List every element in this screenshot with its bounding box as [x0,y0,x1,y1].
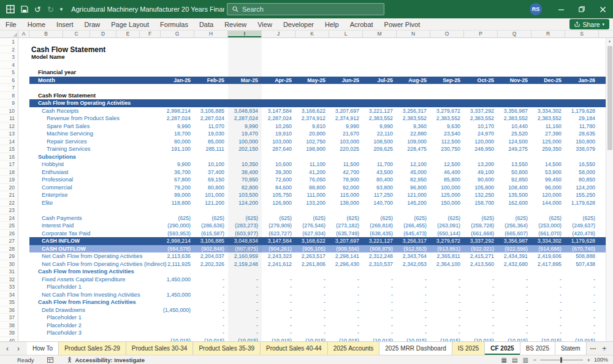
cell[interactable] [18,230,29,238]
row-number[interactable]: 9 [0,99,18,107]
cell[interactable]: 2,364,100 [430,260,464,268]
cell[interactable] [565,92,599,100]
cell[interactable] [464,69,498,77]
column-header-R[interactable]: R [531,31,565,37]
zoom-slider[interactable] [540,360,583,360]
cell[interactable]: 12,100 [397,161,430,169]
cell[interactable] [498,153,531,161]
cell[interactable] [262,38,295,46]
cell[interactable] [295,46,329,54]
cell[interactable] [295,69,329,77]
cell[interactable]: (661,070) [531,230,565,238]
cell[interactable] [565,268,599,276]
cell[interactable]: - [531,291,565,299]
cell[interactable]: 100,000 [228,138,262,146]
cell[interactable] [565,61,599,69]
cell[interactable]: (263,091) [430,222,464,230]
cell[interactable]: (912,553) [397,245,430,253]
cell[interactable] [430,69,464,77]
cell[interactable]: 1,179,628 [565,199,599,207]
cell[interactable]: 23,540 [430,130,464,138]
cell[interactable]: 3,048,834 [228,237,262,245]
cell[interactable]: 22,110 [363,130,397,138]
cell[interactable]: - [565,298,599,306]
cell[interactable] [397,69,430,77]
cell[interactable]: 85,000 [194,138,228,146]
cell[interactable] [295,92,329,100]
cell[interactable] [18,46,29,54]
cell[interactable] [464,99,498,107]
cell[interactable] [464,268,498,276]
cell[interactable] [18,291,29,299]
cell[interactable]: (249,637) [565,222,599,230]
cell[interactable]: 1,450,000 [161,276,194,284]
cell[interactable]: 126,900 [262,199,295,207]
cell[interactable]: - [397,276,430,284]
cell[interactable]: - [430,291,464,299]
cell[interactable]: 135,500 [498,191,531,199]
cell[interactable]: (670,740) [565,245,599,253]
cell[interactable] [161,298,194,306]
cell[interactable] [565,53,599,61]
cell[interactable]: 285,111 [194,145,228,153]
cell[interactable]: 105,800 [464,184,498,192]
cell[interactable]: 2,342,053 [397,260,430,268]
cell[interactable]: 10,260 [262,123,295,131]
cell[interactable]: 93,800 [363,184,397,192]
cell[interactable]: (625) [295,214,329,222]
cell[interactable]: 507,438 [565,260,599,268]
cell[interactable]: - [228,306,262,314]
cell[interactable] [430,207,464,214]
cell[interactable]: 115,000 [329,191,363,199]
cell[interactable]: 25,520 [498,130,531,138]
cell[interactable]: (665,607) [498,230,531,238]
cell[interactable]: 11,780 [565,123,599,131]
cell[interactable]: - [464,314,498,322]
cell[interactable] [161,207,194,214]
cell[interactable]: 3,221,127 [363,237,397,245]
cell[interactable]: 2,287,024 [161,115,194,123]
row-number[interactable]: 30 [0,260,18,268]
row-label[interactable]: CASH INFLOW [29,237,161,245]
cell[interactable] [18,176,29,184]
cell[interactable] [161,84,194,92]
cell[interactable]: 120,000 [464,138,498,146]
cell[interactable]: 2,998,214 [161,237,194,245]
cell[interactable]: 2,343,764 [397,252,430,260]
cell[interactable]: 9,810 [295,123,329,131]
menu-tab-formulas[interactable]: Formulas [154,18,194,31]
cell[interactable]: - [194,276,228,284]
cell[interactable] [565,84,599,92]
row-number[interactable]: 3 [0,53,18,61]
cell[interactable]: (10,015) [363,337,397,342]
cell[interactable]: 287,640 [262,145,295,153]
cell[interactable] [430,99,464,107]
cell[interactable]: - [363,314,397,322]
cell[interactable]: - [397,329,430,337]
cell[interactable]: 117,250 [363,191,397,199]
cell[interactable] [18,77,29,85]
sheet-tab-product-sales-25-29[interactable]: Product Sales 25-29 [59,342,126,355]
cell[interactable]: - [498,298,531,306]
cell[interactable] [18,161,29,169]
cell[interactable]: (625) [228,214,262,222]
cell[interactable]: (266,455) [397,222,430,230]
menu-tab-draw[interactable]: Draw [79,18,106,31]
cell[interactable] [18,252,29,260]
cell[interactable]: 209,625 [363,145,397,153]
cell[interactable] [430,38,464,46]
cell[interactable]: 138,000 [329,199,363,207]
cell[interactable]: 3,048,834 [228,107,262,115]
cell[interactable]: - [295,322,329,330]
cell[interactable]: 140,700 [363,199,397,207]
cell[interactable]: - [531,283,565,291]
cell[interactable] [228,38,262,46]
cell[interactable] [397,268,430,276]
cell[interactable]: - [295,283,329,291]
cell[interactable]: (593,953) [161,230,194,238]
row-number[interactable]: 38 [0,322,18,330]
cell[interactable]: 3,106,885 [194,237,228,245]
page-layout-view-icon[interactable]: ▤ [512,357,517,363]
cell[interactable] [464,38,498,46]
cell[interactable]: - [262,329,295,337]
